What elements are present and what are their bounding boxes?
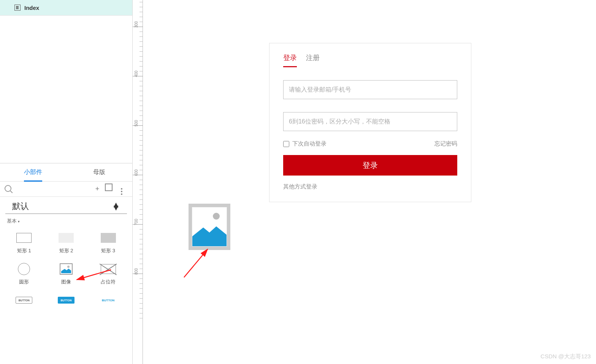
library-name: 默认 (12, 201, 29, 212)
widget-circle[interactable]: 圆形 (3, 260, 45, 291)
image-placeholder-icon (192, 207, 227, 247)
page-row-index[interactable]: Index (0, 0, 132, 15)
left-panel: Index 小部件 母版 + 默认 ▲▼ 基本 矩形 1 矩形 2 矩形 3 圆… (0, 0, 132, 364)
login-card: 登录 注册 下次自动登录 忘记密码 登录 其他方式登录 (269, 43, 471, 202)
library-toolbar: + (0, 182, 132, 197)
svg-line-0 (184, 249, 208, 277)
widget-button-link[interactable]: BUTTON (87, 291, 129, 315)
copy-library-icon[interactable] (103, 185, 116, 193)
library-tabs: 小部件 母版 (0, 163, 132, 182)
widget-rect1[interactable]: 矩形 1 (3, 228, 45, 260)
watermark: CSDN @大志哥123 (541, 353, 591, 360)
stepper-icon: ▲▼ (112, 203, 120, 209)
annotation-arrow-1 (181, 243, 215, 283)
more-icon[interactable] (116, 184, 128, 195)
username-input[interactable] (283, 80, 457, 99)
tab-register[interactable]: 注册 (306, 53, 320, 67)
library-select[interactable]: 默认 ▲▼ (5, 197, 127, 214)
widget-button-outline[interactable]: BUTTON (3, 291, 45, 315)
library-panel: 小部件 母版 + 默认 ▲▼ 基本 矩形 1 矩形 2 矩形 3 圆形 图像 占… (0, 163, 132, 364)
canvas[interactable]: 登录 注册 下次自动登录 忘记密码 登录 其他方式登录 (143, 0, 596, 364)
forgot-password-link[interactable]: 忘记密码 (434, 140, 457, 147)
remember-checkbox[interactable]: 下次自动登录 (283, 140, 327, 147)
tab-login[interactable]: 登录 (283, 53, 297, 67)
section-basic[interactable]: 基本 (0, 214, 132, 226)
page-label: Index (24, 5, 39, 11)
search-widgets[interactable] (5, 185, 91, 193)
pages-tree: Index (0, 0, 132, 16)
add-library-icon[interactable]: + (91, 185, 103, 193)
annotation-arrow-2 (73, 268, 115, 285)
login-button[interactable]: 登录 (283, 155, 457, 176)
widget-rect2[interactable]: 矩形 2 (45, 228, 87, 260)
page-icon (14, 5, 21, 11)
ruler-vertical: 200300400500600700800 (132, 0, 143, 364)
tab-masters[interactable]: 母版 (66, 163, 132, 181)
widget-rect3[interactable]: 矩形 3 (87, 228, 129, 260)
widget-button-fill[interactable]: BUTTON (45, 291, 87, 315)
search-icon (5, 185, 11, 192)
svg-line-1 (77, 270, 111, 280)
other-login-label: 其他方式登录 (283, 183, 457, 190)
login-tabs: 登录 注册 (283, 53, 457, 67)
password-input[interactable] (283, 112, 457, 131)
tab-widgets[interactable]: 小部件 (0, 163, 66, 181)
